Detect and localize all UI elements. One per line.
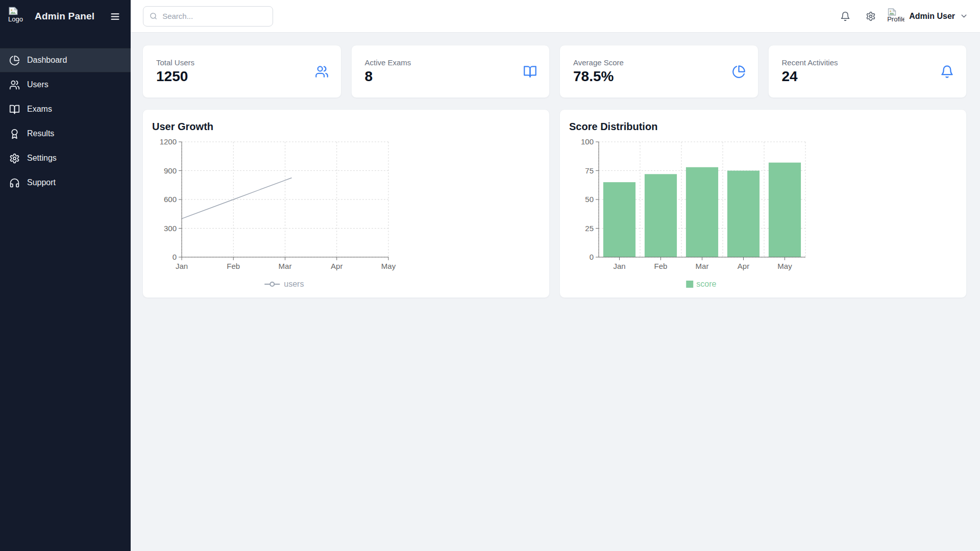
dashboard-main: Total Users 1250 Active Exams 8 Average … xyxy=(131,33,980,551)
topbar-actions: Profile Admin User xyxy=(839,8,968,24)
svg-text:Mar: Mar xyxy=(279,262,292,270)
user-growth-chart: 03006009001200JanFebMarAprMayusers xyxy=(151,135,416,306)
top-bar: Profile Admin User xyxy=(131,0,980,33)
broken-image-icon xyxy=(887,8,897,16)
stat-value: 1250 xyxy=(156,68,194,85)
bar-jan xyxy=(603,182,635,257)
stat-card-average-score: Average Score 78.5% xyxy=(559,45,758,98)
score-distribution-card: Score Distribution 0255075100JanFebMarAp… xyxy=(559,109,967,298)
stat-label: Active Exams xyxy=(365,58,411,67)
stats-grid: Total Users 1250 Active Exams 8 Average … xyxy=(142,45,967,98)
logo-alt-text: Logo xyxy=(8,15,23,23)
svg-text:Mar: Mar xyxy=(696,262,709,270)
chart-pie-icon xyxy=(732,65,746,79)
search-input[interactable] xyxy=(162,12,266,20)
menu-icon xyxy=(110,11,120,22)
gear-icon xyxy=(866,11,876,21)
stat-label: Average Score xyxy=(573,58,624,67)
app-title: Admin Panel xyxy=(35,11,109,22)
user-growth-card: User Growth 03006009001200JanFebMarAprMa… xyxy=(142,109,550,298)
stat-text: Active Exams 8 xyxy=(365,58,411,85)
settings-button[interactable] xyxy=(865,10,877,22)
sidebar-item-label: Dashboard xyxy=(27,56,67,65)
chart-pie-icon xyxy=(9,55,20,66)
sidebar-item-support[interactable]: Support xyxy=(0,170,131,195)
award-icon xyxy=(9,129,20,139)
broken-image-icon xyxy=(8,7,18,15)
sidebar-item-settings[interactable]: Settings xyxy=(0,146,131,170)
stat-icon-wrap xyxy=(732,65,746,79)
svg-text:900: 900 xyxy=(164,166,177,175)
svg-text:Apr: Apr xyxy=(738,262,749,270)
svg-text:300: 300 xyxy=(164,224,177,233)
svg-text:May: May xyxy=(777,262,792,270)
sidebar-item-label: Results xyxy=(27,129,54,138)
user-name: Admin User xyxy=(909,12,955,21)
settings-icon xyxy=(9,153,20,164)
legend-label: score xyxy=(696,280,716,288)
book-open-icon xyxy=(523,65,537,79)
stat-text: Recent Activities 24 xyxy=(782,58,838,85)
search-icon xyxy=(150,12,157,20)
svg-text:1200: 1200 xyxy=(160,137,177,146)
sidebar-item-label: Users xyxy=(27,80,48,89)
svg-text:May: May xyxy=(381,262,396,270)
stat-card-recent-activities: Recent Activities 24 xyxy=(768,45,967,98)
stat-card-active-exams: Active Exams 8 xyxy=(351,45,550,98)
svg-text:Jan: Jan xyxy=(613,262,625,270)
sidebar: Logo Admin Panel DashboardUsersExamsResu… xyxy=(0,0,131,551)
sidebar-header: Logo Admin Panel xyxy=(0,0,131,33)
svg-text:600: 600 xyxy=(164,195,177,204)
users-icon xyxy=(315,65,329,79)
stat-icon-wrap xyxy=(523,65,537,79)
notifications-button[interactable] xyxy=(839,10,851,22)
avatar-broken-image: Profile xyxy=(887,8,904,24)
chevron-down-icon[interactable] xyxy=(960,12,968,20)
stat-text: Average Score 78.5% xyxy=(573,58,624,85)
sidebar-toggle-button[interactable] xyxy=(109,10,121,23)
sidebar-nav: DashboardUsersExamsResultsSettingsSuppor… xyxy=(0,48,131,195)
stat-icon-wrap xyxy=(315,65,329,79)
content-column: Profile Admin User Total Users 1250 Acti… xyxy=(131,0,980,551)
svg-text:Jan: Jan xyxy=(176,262,188,270)
bell-icon xyxy=(940,65,954,79)
search-box xyxy=(143,6,273,27)
stat-icon-wrap xyxy=(940,65,954,79)
chart-title: User Growth xyxy=(152,121,541,133)
bar-may xyxy=(769,163,801,257)
svg-text:100: 100 xyxy=(581,137,594,146)
svg-text:50: 50 xyxy=(585,195,594,204)
charts-grid: User Growth 03006009001200JanFebMarAprMa… xyxy=(142,109,967,298)
chart-title: Score Distribution xyxy=(569,121,958,133)
user-menu[interactable]: Profile Admin User xyxy=(887,8,968,24)
stat-card-total-users: Total Users 1250 xyxy=(142,45,341,98)
sidebar-item-label: Settings xyxy=(27,154,57,163)
sidebar-item-exams[interactable]: Exams xyxy=(0,97,131,121)
svg-text:0: 0 xyxy=(590,253,594,261)
svg-text:Feb: Feb xyxy=(654,262,668,270)
stat-value: 24 xyxy=(782,68,838,85)
svg-text:Apr: Apr xyxy=(331,262,342,270)
book-open-icon xyxy=(9,104,20,115)
svg-text:75: 75 xyxy=(585,166,594,175)
stat-label: Recent Activities xyxy=(782,58,838,67)
bell-icon xyxy=(840,11,850,21)
svg-text:Feb: Feb xyxy=(227,262,240,270)
logo-broken-image: Logo xyxy=(8,7,28,26)
sidebar-item-users[interactable]: Users xyxy=(0,72,131,97)
stat-text: Total Users 1250 xyxy=(156,58,194,85)
bar-feb xyxy=(645,174,677,257)
sidebar-item-results[interactable]: Results xyxy=(0,121,131,146)
bar-apr xyxy=(727,171,760,258)
score-distribution-chart: 0255075100JanFebMarAprMayscore xyxy=(568,135,834,306)
bar-mar xyxy=(686,167,718,257)
sidebar-item-label: Support xyxy=(27,178,56,187)
svg-text:25: 25 xyxy=(585,224,594,233)
svg-text:0: 0 xyxy=(173,253,177,261)
line-series-users xyxy=(182,178,292,218)
headphones-icon xyxy=(9,178,20,188)
legend-label: users xyxy=(284,280,304,288)
stat-value: 78.5% xyxy=(573,68,624,85)
stat-value: 8 xyxy=(365,68,411,85)
sidebar-item-dashboard[interactable]: Dashboard xyxy=(0,48,131,72)
